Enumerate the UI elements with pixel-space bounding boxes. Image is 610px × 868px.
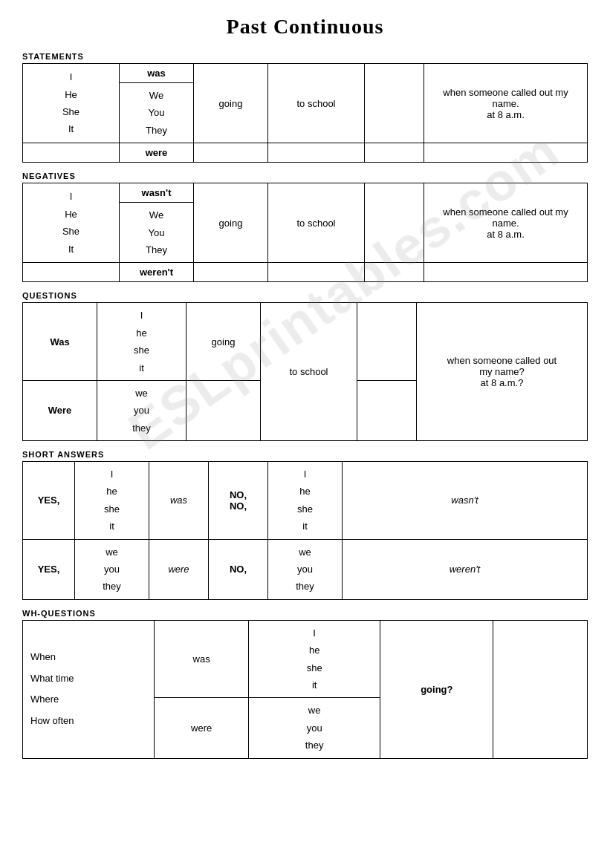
questions-going: going xyxy=(186,303,261,381)
questions-was: Was xyxy=(23,303,97,381)
wh-group1-subjects: Ihesheit xyxy=(248,620,380,698)
wh-questions-table: WhenWhat timeWhereHow often was Ihesheit… xyxy=(22,620,588,759)
short-answers-table: YES, Ihesheit was NO,NO, Ihesheit wasn't… xyxy=(22,461,588,600)
statements-spacer xyxy=(365,64,424,143)
statements-to-school: to school xyxy=(268,64,365,143)
sa-yes2: YES, xyxy=(23,539,75,599)
questions-going2 xyxy=(186,380,261,440)
statements-were: were xyxy=(120,143,194,163)
sa-werent: weren't xyxy=(343,539,588,599)
negatives-spacer2 xyxy=(365,263,424,282)
sa-was: was xyxy=(149,462,209,540)
wh-were: were xyxy=(155,698,249,758)
negatives-group2-subjects-2 xyxy=(23,263,120,282)
sa-yes1: YES, xyxy=(23,462,75,540)
negatives-context2 xyxy=(424,263,588,282)
wh-was: was xyxy=(155,620,249,698)
questions-were: Were xyxy=(23,380,97,440)
negatives-spacer xyxy=(365,183,424,263)
negatives-label: NEGATIVES xyxy=(22,172,588,180)
negatives-going: going xyxy=(194,183,268,263)
statements-group1-subjects: IHeSheIt xyxy=(23,64,120,143)
questions-spacer xyxy=(357,303,417,381)
statements-table: IHeSheIt was going to school when someon… xyxy=(22,63,588,163)
negatives-context: when someone called out my name.at 8 a.m… xyxy=(424,183,588,263)
negatives-to-school: to school xyxy=(268,183,365,263)
statements-context: when someone called out my name.at 8 a.m… xyxy=(424,64,588,143)
sa-no2: NO, xyxy=(209,539,268,599)
statements-to-school2 xyxy=(268,143,365,163)
wh-spacer xyxy=(493,620,588,758)
questions-group2-subjects: weyouthey xyxy=(97,380,186,440)
questions-spacer2 xyxy=(357,380,417,440)
wh-words: WhenWhat timeWhereHow often xyxy=(23,620,155,758)
sa-were: were xyxy=(149,539,209,599)
short-answers-label: SHORT ANSWERS xyxy=(22,450,588,459)
statements-going2 xyxy=(194,143,268,163)
questions-label: QUESTIONS xyxy=(22,291,588,300)
statements-label: STATEMENTS xyxy=(22,52,588,61)
statements-was: was xyxy=(120,64,194,83)
negatives-werent: weren't xyxy=(120,263,194,282)
wh-group2-subjects: weyouthey xyxy=(248,698,380,758)
questions-to-school: to school xyxy=(261,303,357,441)
sa-no-group2: weyouthey xyxy=(268,539,343,599)
wh-questions-label: WH-QUESTIONS xyxy=(22,609,588,618)
sa-group1-subjects: Ihesheit xyxy=(75,462,149,540)
questions-table: Was Ihesheit going to school when someon… xyxy=(22,302,588,441)
negatives-to-school2 xyxy=(268,263,365,282)
sa-wasnt: wasn't xyxy=(343,462,588,540)
negatives-table: IHeSheIt wasn't going to school when som… xyxy=(22,183,588,282)
statements-going: going xyxy=(194,64,268,143)
sa-group2-subjects: weyouthey xyxy=(75,539,149,599)
sa-no-group1: Ihesheit xyxy=(268,462,343,540)
statements-group2-subjects-2 xyxy=(23,143,120,163)
statements-context2 xyxy=(424,143,588,163)
negatives-going2 xyxy=(194,263,268,282)
statements-spacer2 xyxy=(365,143,424,163)
page-title: Past Continuous xyxy=(22,15,588,39)
negatives-wasnt: wasn't xyxy=(120,183,194,203)
wh-going: going? xyxy=(380,620,493,758)
questions-group1-subjects: Ihesheit xyxy=(97,303,186,381)
questions-context: when someone called outmy name?at 8 a.m.… xyxy=(417,303,588,441)
negatives-group2-subjects: WeYouThey xyxy=(120,203,194,263)
negatives-group1-subjects: IHeSheIt xyxy=(23,183,120,263)
sa-no1: NO,NO, xyxy=(209,462,268,540)
statements-group2-subjects: WeYouThey xyxy=(120,83,194,143)
